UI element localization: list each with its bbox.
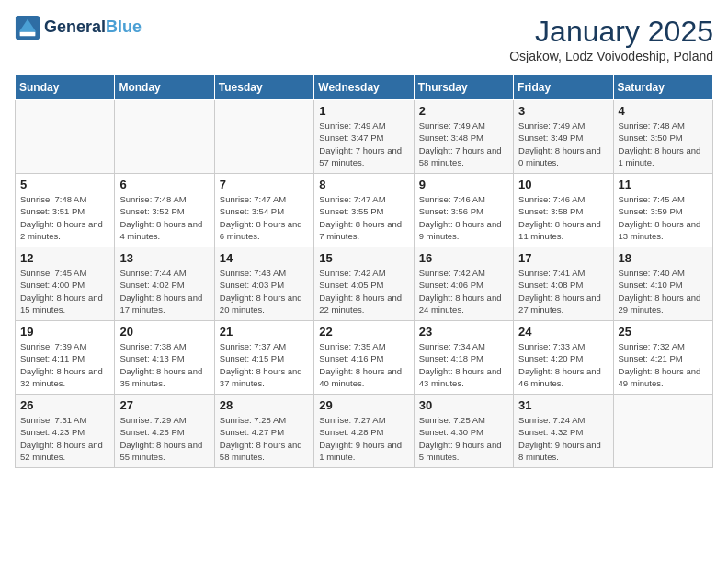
calendar-cell: 13Sunrise: 7:44 AM Sunset: 4:02 PM Dayli… xyxy=(115,247,214,321)
day-number: 24 xyxy=(518,325,608,339)
day-info: Sunrise: 7:44 AM Sunset: 4:02 PM Dayligh… xyxy=(119,267,209,316)
calendar-cell: 1Sunrise: 7:49 AM Sunset: 3:47 PM Daylig… xyxy=(314,100,414,174)
day-number: 7 xyxy=(220,178,309,191)
calendar-cell: 31Sunrise: 7:24 AM Sunset: 4:32 PM Dayli… xyxy=(514,395,613,468)
calendar-cell: 9Sunrise: 7:46 AM Sunset: 3:56 PM Daylig… xyxy=(414,174,513,247)
page-header: GeneralBlue January 2025 Osjakow, Lodz V… xyxy=(15,15,713,63)
calendar-subtitle: Osjakow, Lodz Voivodeship, Poland xyxy=(509,49,713,63)
calendar-cell xyxy=(16,100,115,174)
day-number: 10 xyxy=(518,178,608,191)
day-info: Sunrise: 7:39 AM Sunset: 4:11 PM Dayligh… xyxy=(20,340,109,389)
day-info: Sunrise: 7:49 AM Sunset: 3:47 PM Dayligh… xyxy=(319,120,408,168)
day-number: 20 xyxy=(119,325,209,339)
day-info: Sunrise: 7:47 AM Sunset: 3:54 PM Dayligh… xyxy=(220,193,309,242)
weekday-header: Sunday xyxy=(16,75,115,100)
calendar-cell: 4Sunrise: 7:48 AM Sunset: 3:50 PM Daylig… xyxy=(613,100,712,174)
day-info: Sunrise: 7:42 AM Sunset: 4:06 PM Dayligh… xyxy=(419,267,508,316)
weekday-header: Tuesday xyxy=(214,75,313,100)
day-number: 4 xyxy=(619,104,708,118)
day-info: Sunrise: 7:49 AM Sunset: 3:49 PM Dayligh… xyxy=(518,120,608,168)
day-info: Sunrise: 7:46 AM Sunset: 3:56 PM Dayligh… xyxy=(419,193,508,242)
calendar-cell: 28Sunrise: 7:28 AM Sunset: 4:27 PM Dayli… xyxy=(214,395,313,468)
day-info: Sunrise: 7:34 AM Sunset: 4:18 PM Dayligh… xyxy=(419,340,508,389)
calendar-cell xyxy=(115,100,214,174)
day-info: Sunrise: 7:45 AM Sunset: 3:59 PM Dayligh… xyxy=(619,193,708,242)
day-info: Sunrise: 7:48 AM Sunset: 3:51 PM Dayligh… xyxy=(20,193,109,242)
calendar-cell: 19Sunrise: 7:39 AM Sunset: 4:11 PM Dayli… xyxy=(16,321,115,395)
day-info: Sunrise: 7:47 AM Sunset: 3:55 PM Dayligh… xyxy=(319,193,408,242)
day-number: 23 xyxy=(419,325,508,339)
day-info: Sunrise: 7:31 AM Sunset: 4:23 PM Dayligh… xyxy=(20,414,109,463)
calendar-cell xyxy=(214,100,313,174)
calendar-cell: 15Sunrise: 7:42 AM Sunset: 4:05 PM Dayli… xyxy=(314,247,414,321)
calendar-cell: 25Sunrise: 7:32 AM Sunset: 4:21 PM Dayli… xyxy=(613,321,712,395)
calendar-cell: 23Sunrise: 7:34 AM Sunset: 4:18 PM Dayli… xyxy=(414,321,513,395)
day-info: Sunrise: 7:24 AM Sunset: 4:32 PM Dayligh… xyxy=(518,414,608,463)
calendar-cell: 24Sunrise: 7:33 AM Sunset: 4:20 PM Dayli… xyxy=(514,321,613,395)
day-number: 11 xyxy=(619,178,708,191)
calendar-cell: 12Sunrise: 7:45 AM Sunset: 4:00 PM Dayli… xyxy=(16,247,115,321)
day-number: 2 xyxy=(419,104,508,118)
day-number: 9 xyxy=(419,178,508,191)
day-info: Sunrise: 7:37 AM Sunset: 4:15 PM Dayligh… xyxy=(220,340,309,389)
day-info: Sunrise: 7:33 AM Sunset: 4:20 PM Dayligh… xyxy=(518,340,608,389)
day-number: 28 xyxy=(220,398,309,412)
calendar-cell: 29Sunrise: 7:27 AM Sunset: 4:28 PM Dayli… xyxy=(314,395,414,468)
day-number: 31 xyxy=(518,398,608,412)
day-info: Sunrise: 7:48 AM Sunset: 3:50 PM Dayligh… xyxy=(619,120,708,168)
day-info: Sunrise: 7:25 AM Sunset: 4:30 PM Dayligh… xyxy=(419,414,508,463)
day-number: 18 xyxy=(619,251,708,265)
logo-icon xyxy=(15,15,40,40)
weekday-header: Friday xyxy=(514,75,613,100)
calendar-table: SundayMondayTuesdayWednesdayThursdayFrid… xyxy=(15,75,713,468)
calendar-title: January 2025 xyxy=(509,15,713,49)
day-info: Sunrise: 7:45 AM Sunset: 4:00 PM Dayligh… xyxy=(20,267,109,316)
weekday-header: Saturday xyxy=(613,75,712,100)
calendar-cell: 10Sunrise: 7:46 AM Sunset: 3:58 PM Dayli… xyxy=(514,174,613,247)
calendar-cell: 7Sunrise: 7:47 AM Sunset: 3:54 PM Daylig… xyxy=(214,174,313,247)
day-number: 13 xyxy=(119,251,209,265)
calendar-cell: 17Sunrise: 7:41 AM Sunset: 4:08 PM Dayli… xyxy=(514,247,613,321)
day-number: 17 xyxy=(518,251,608,265)
day-info: Sunrise: 7:48 AM Sunset: 3:52 PM Dayligh… xyxy=(119,193,209,242)
day-info: Sunrise: 7:27 AM Sunset: 4:28 PM Dayligh… xyxy=(319,414,408,463)
calendar-cell: 22Sunrise: 7:35 AM Sunset: 4:16 PM Dayli… xyxy=(314,321,414,395)
day-number: 26 xyxy=(20,398,109,412)
calendar-cell: 5Sunrise: 7:48 AM Sunset: 3:51 PM Daylig… xyxy=(16,174,115,247)
weekday-header: Monday xyxy=(115,75,214,100)
day-number: 25 xyxy=(619,325,708,339)
day-info: Sunrise: 7:38 AM Sunset: 4:13 PM Dayligh… xyxy=(119,340,209,389)
day-number: 1 xyxy=(319,104,408,118)
day-number: 12 xyxy=(20,251,109,265)
calendar-cell: 27Sunrise: 7:29 AM Sunset: 4:25 PM Dayli… xyxy=(115,395,214,468)
day-info: Sunrise: 7:42 AM Sunset: 4:05 PM Dayligh… xyxy=(319,267,408,316)
day-number: 21 xyxy=(220,325,309,339)
calendar-cell xyxy=(613,395,712,468)
weekday-header: Thursday xyxy=(414,75,513,100)
day-number: 29 xyxy=(319,398,408,412)
weekday-header: Wednesday xyxy=(314,75,414,100)
calendar-cell: 16Sunrise: 7:42 AM Sunset: 4:06 PM Dayli… xyxy=(414,247,513,321)
calendar-cell: 26Sunrise: 7:31 AM Sunset: 4:23 PM Dayli… xyxy=(16,395,115,468)
logo: GeneralBlue xyxy=(15,15,142,40)
day-info: Sunrise: 7:43 AM Sunset: 4:03 PM Dayligh… xyxy=(220,267,309,316)
day-number: 8 xyxy=(319,178,408,191)
day-info: Sunrise: 7:46 AM Sunset: 3:58 PM Dayligh… xyxy=(518,193,608,242)
calendar-cell: 20Sunrise: 7:38 AM Sunset: 4:13 PM Dayli… xyxy=(115,321,214,395)
day-info: Sunrise: 7:40 AM Sunset: 4:10 PM Dayligh… xyxy=(619,267,708,316)
day-number: 22 xyxy=(319,325,408,339)
day-info: Sunrise: 7:32 AM Sunset: 4:21 PM Dayligh… xyxy=(619,340,708,389)
calendar-cell: 3Sunrise: 7:49 AM Sunset: 3:49 PM Daylig… xyxy=(514,100,613,174)
day-number: 3 xyxy=(518,104,608,118)
day-info: Sunrise: 7:49 AM Sunset: 3:48 PM Dayligh… xyxy=(419,120,508,168)
day-info: Sunrise: 7:41 AM Sunset: 4:08 PM Dayligh… xyxy=(518,267,608,316)
day-number: 19 xyxy=(20,325,109,339)
calendar-cell: 21Sunrise: 7:37 AM Sunset: 4:15 PM Dayli… xyxy=(214,321,313,395)
calendar-cell: 6Sunrise: 7:48 AM Sunset: 3:52 PM Daylig… xyxy=(115,174,214,247)
day-info: Sunrise: 7:28 AM Sunset: 4:27 PM Dayligh… xyxy=(220,414,309,463)
calendar-cell: 2Sunrise: 7:49 AM Sunset: 3:48 PM Daylig… xyxy=(414,100,513,174)
day-number: 30 xyxy=(419,398,508,412)
calendar-cell: 14Sunrise: 7:43 AM Sunset: 4:03 PM Dayli… xyxy=(214,247,313,321)
calendar-cell: 8Sunrise: 7:47 AM Sunset: 3:55 PM Daylig… xyxy=(314,174,414,247)
title-area: January 2025 Osjakow, Lodz Voivodeship, … xyxy=(509,15,713,63)
